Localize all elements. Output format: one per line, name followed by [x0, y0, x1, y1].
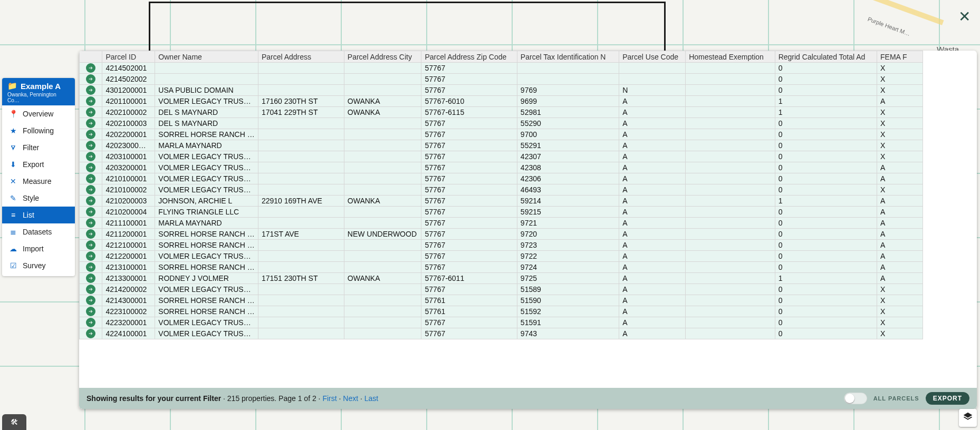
row-open-cell[interactable]	[80, 151, 102, 162]
column-header[interactable]: FEMA F	[877, 51, 923, 63]
arrow-right-icon[interactable]	[86, 119, 95, 128]
column-header[interactable]: Homestead Exemption	[686, 51, 775, 63]
table-row[interactable]: 4201100001VOLMER LEGACY TRUST…17160 230T…	[80, 96, 923, 107]
arrow-right-icon[interactable]	[86, 318, 95, 327]
row-open-cell[interactable]	[80, 306, 102, 317]
table-row[interactable]: 4211100001MARLA MAYNARD577679721A0A	[80, 218, 923, 229]
column-header[interactable]: Parcel Address	[258, 51, 344, 63]
arrow-right-icon[interactable]	[86, 185, 95, 194]
sidebar-item-import[interactable]: ☁Import	[2, 240, 75, 257]
table-row[interactable]: 4203200001VOLMER LEGACY TRUST…5776742308…	[80, 162, 923, 173]
row-open-cell[interactable]	[80, 207, 102, 218]
arrow-right-icon[interactable]	[86, 329, 95, 338]
row-open-cell[interactable]	[80, 173, 102, 184]
row-open-cell[interactable]	[80, 63, 102, 74]
arrow-right-icon[interactable]	[86, 218, 95, 228]
all-parcels-toggle[interactable]	[844, 393, 867, 404]
row-open-cell[interactable]	[80, 118, 102, 129]
table-row[interactable]: 4213300001RODNEY J VOLMER17151 230TH STO…	[80, 273, 923, 284]
tools-fab[interactable]: 🛠	[2, 414, 26, 430]
footer-link-last[interactable]: Last	[364, 394, 378, 403]
row-open-cell[interactable]	[80, 229, 102, 240]
arrow-right-icon[interactable]	[86, 96, 95, 106]
table-row[interactable]: 4213100001SORREL HORSE RANCH …577679724A…	[80, 262, 923, 273]
row-open-cell[interactable]	[80, 129, 102, 140]
row-open-cell[interactable]	[80, 96, 102, 107]
row-open-cell[interactable]	[80, 140, 102, 151]
table-row[interactable]: 4210100001VOLMER LEGACY TRUST…5776742306…	[80, 173, 923, 184]
sidebar-item-survey[interactable]: ☑Survey	[2, 257, 75, 274]
row-open-cell[interactable]	[80, 184, 102, 196]
footer-link-next[interactable]: Next	[343, 394, 358, 403]
table-row[interactable]: 4212200001VOLMER LEGACY TRUST…577679722A…	[80, 251, 923, 262]
table-row[interactable]: 4202200001SORREL HORSE RANCH …577679700A…	[80, 129, 923, 140]
table-row[interactable]: 4214502001577670X	[80, 63, 923, 74]
export-button[interactable]: EXPORT	[926, 392, 969, 405]
footer-link-first[interactable]: First	[322, 394, 337, 403]
table-row[interactable]: 4224100001VOLMER LEGACY TRUST…577679743A…	[80, 328, 923, 339]
arrow-right-icon[interactable]	[86, 273, 95, 283]
column-header[interactable]: Regrid Calculated Total Ad	[775, 51, 877, 63]
row-open-cell[interactable]	[80, 251, 102, 262]
arrow-right-icon[interactable]	[86, 130, 95, 139]
table-row[interactable]: 4210200003JOHNSON, ARCHIE L22910 169TH A…	[80, 196, 923, 207]
table-row[interactable]: 4223100002SORREL HORSE RANCH …5776151592…	[80, 306, 923, 317]
arrow-right-icon[interactable]	[86, 240, 95, 250]
row-open-cell[interactable]	[80, 273, 102, 284]
row-open-cell[interactable]	[80, 85, 102, 96]
arrow-right-icon[interactable]	[86, 196, 95, 206]
row-open-cell[interactable]	[80, 295, 102, 306]
close-icon[interactable]: ✕	[958, 9, 971, 24]
arrow-right-icon[interactable]	[86, 108, 95, 117]
sidebar-item-measure[interactable]: ✕Measure	[2, 173, 75, 190]
arrow-right-icon[interactable]	[86, 262, 95, 272]
table-row[interactable]: 4214200002VOLMER LEGACY TRUST…5776751589…	[80, 284, 923, 295]
sidebar-item-export[interactable]: ⬇Export	[2, 156, 75, 173]
sidebar-item-overview[interactable]: 📍Overview	[2, 105, 75, 122]
table-row[interactable]: 4210200004FLYING TRIANGLE LLC5776759215A…	[80, 207, 923, 218]
arrow-right-icon[interactable]	[86, 174, 95, 183]
column-header[interactable]	[80, 51, 102, 63]
table-row[interactable]: 4210100002VOLMER LEGACY TRUST…5776746493…	[80, 184, 923, 196]
row-open-cell[interactable]	[80, 107, 102, 118]
arrow-right-icon[interactable]	[86, 85, 95, 95]
column-header[interactable]: Parcel Tax Identification N	[517, 51, 619, 63]
row-open-cell[interactable]	[80, 262, 102, 273]
arrow-right-icon[interactable]	[86, 307, 95, 316]
arrow-right-icon[interactable]	[86, 285, 95, 294]
sidebar-header[interactable]: 📁 Example A Owanka, Pennington Co…	[2, 78, 75, 105]
column-header[interactable]: Owner Name	[155, 51, 258, 63]
arrow-right-icon[interactable]	[86, 163, 95, 172]
sidebar-item-datasets[interactable]: ≣Datasets	[2, 223, 75, 240]
arrow-right-icon[interactable]	[86, 74, 95, 84]
sidebar-item-style[interactable]: ✎Style	[2, 190, 75, 207]
arrow-right-icon[interactable]	[86, 63, 95, 73]
layers-fab[interactable]	[959, 409, 977, 427]
arrow-right-icon[interactable]	[86, 251, 95, 261]
column-header[interactable]: Parcel Address Zip Code	[421, 51, 517, 63]
table-row[interactable]: 4301200001USA PUBLIC DOMAIN577679769N0X	[80, 85, 923, 96]
column-header[interactable]: Parcel Address City	[344, 51, 421, 63]
arrow-right-icon[interactable]	[86, 141, 95, 150]
column-header[interactable]: Parcel ID	[102, 51, 155, 63]
row-open-cell[interactable]	[80, 328, 102, 339]
sidebar-item-following[interactable]: ★Following	[2, 122, 75, 139]
column-header[interactable]: Parcel Use Code	[619, 51, 686, 63]
row-open-cell[interactable]	[80, 162, 102, 173]
sidebar-item-list[interactable]: ≡List	[2, 207, 75, 223]
arrow-right-icon[interactable]	[86, 207, 95, 217]
table-row[interactable]: 4211200001SORREL HORSE RANCH …171ST AVEN…	[80, 229, 923, 240]
arrow-right-icon[interactable]	[86, 296, 95, 305]
table-row[interactable]: 4223200001VOLMER LEGACY TRUST…5776751591…	[80, 317, 923, 328]
arrow-right-icon[interactable]	[86, 152, 95, 161]
row-open-cell[interactable]	[80, 218, 102, 229]
table-row[interactable]: 4203100001VOLMER LEGACY TRUST…5776742307…	[80, 151, 923, 162]
table-scroll-area[interactable]: Parcel IDOwner NameParcel AddressParcel …	[79, 51, 977, 388]
sidebar-item-filter[interactable]: ⛛Filter	[2, 139, 75, 156]
row-open-cell[interactable]	[80, 240, 102, 251]
table-row[interactable]: 4214300001SORREL HORSE RANCH …5776151590…	[80, 295, 923, 306]
row-open-cell[interactable]	[80, 196, 102, 207]
arrow-right-icon[interactable]	[86, 229, 95, 239]
row-open-cell[interactable]	[80, 74, 102, 85]
table-row[interactable]: 4214502002577670X	[80, 74, 923, 85]
